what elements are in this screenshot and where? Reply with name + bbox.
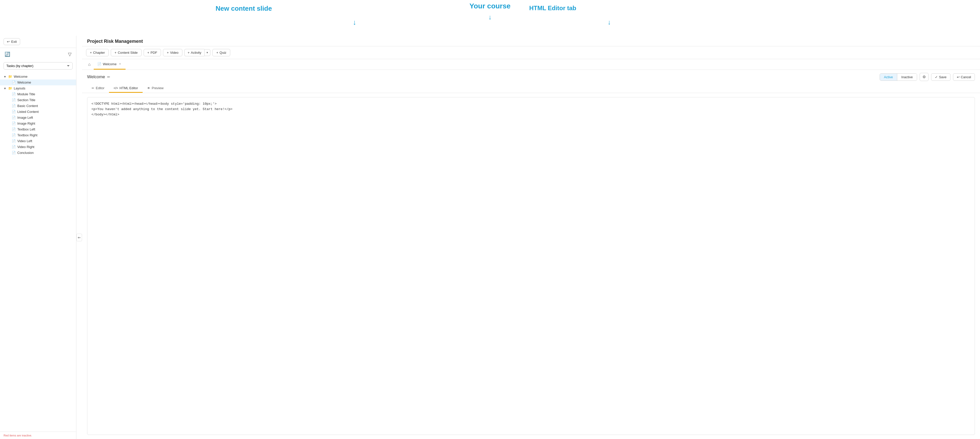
- sidebar-tree-item[interactable]: 📄Module Title: [0, 91, 76, 97]
- cancel-button[interactable]: ↩ Cancel: [953, 73, 975, 81]
- video-label: Video: [170, 51, 178, 54]
- sub-tab-editor[interactable]: ✏ Editor: [87, 84, 109, 93]
- tasks-filter-select[interactable]: Tasks (by chapter): [3, 62, 73, 70]
- annotation-your-course-arrow: ↓: [488, 14, 492, 21]
- activity-plus-icon: +: [188, 51, 190, 54]
- tabs-bar: ⌂ 📄 Welcome ×: [82, 59, 980, 70]
- sidebar-tree-item[interactable]: ▼📁Layouts: [0, 85, 76, 91]
- editor-tab-label: Editor: [96, 86, 104, 90]
- sidebar-tree-item[interactable]: 📄Welcome: [0, 80, 76, 85]
- sidebar-tree-item[interactable]: ▼📁Welcome: [0, 73, 76, 80]
- sidebar-tree-item[interactable]: 📄Video Left: [0, 138, 76, 144]
- item-icon: 📄: [12, 133, 16, 137]
- collapse-sidebar-button[interactable]: ⇐: [76, 234, 82, 241]
- sidebar-tree-item[interactable]: 📄Textbox Right: [0, 132, 76, 138]
- annotation-html-editor: HTML Editor tab: [529, 5, 576, 12]
- chapter-label: Chapter: [93, 51, 105, 54]
- save-label: Save: [939, 75, 947, 79]
- item-label: Basic Content: [18, 104, 73, 108]
- home-icon: ⌂: [88, 62, 91, 67]
- editor-title-text: Welcome: [87, 74, 105, 80]
- tab-close-button[interactable]: ×: [118, 62, 122, 66]
- sidebar-tree-item[interactable]: 📄Listed Content: [0, 109, 76, 115]
- sidebar-tree-item[interactable]: 📄Video Right: [0, 144, 76, 150]
- activity-dropdown-arrow[interactable]: ▾: [204, 49, 210, 56]
- sidebar-tree-item[interactable]: 📄Image Right: [0, 121, 76, 126]
- sidebar-tree-item[interactable]: 📄Image Left: [0, 115, 76, 121]
- item-label: Welcome: [18, 80, 73, 84]
- item-label: Textbox Left: [18, 128, 73, 131]
- exit-icon: ↩: [7, 40, 10, 43]
- preview-tab-label: Preview: [152, 86, 164, 90]
- edit-title-icon[interactable]: ✏: [107, 75, 110, 79]
- annotation-new-content-arrow: ↓: [353, 18, 356, 27]
- item-label: Section Title: [18, 98, 73, 102]
- quiz-label: Quiz: [220, 51, 226, 54]
- pdf-label: PDF: [151, 51, 157, 54]
- toolbar: + Chapter + Content Slide + PDF + Video: [82, 46, 980, 59]
- expand-icon: ▼: [3, 87, 6, 90]
- item-label: Image Right: [18, 121, 73, 125]
- item-label: Video Right: [18, 145, 73, 149]
- item-label: Module Title: [18, 92, 73, 96]
- html-content-line3: </body></html>: [91, 112, 970, 117]
- editor-title-group: Welcome ✏: [87, 74, 110, 80]
- item-icon: 📄: [12, 116, 16, 120]
- item-label: Listed Content: [18, 110, 73, 113]
- tab-home-button[interactable]: ⌂: [86, 60, 93, 69]
- content-slide-button[interactable]: + Content Slide: [111, 49, 142, 56]
- sidebar-tree-item[interactable]: 📄Section Title: [0, 97, 76, 103]
- quiz-plus-icon: +: [216, 51, 218, 54]
- sub-tabs: ✏ Editor </> HTML Editor 👁 Preview: [82, 84, 980, 93]
- expand-icon: ▼: [3, 75, 6, 78]
- course-title: Project Risk Management: [87, 39, 143, 44]
- active-inactive-group: Active Inactive: [880, 73, 917, 81]
- pdf-plus-icon: +: [148, 51, 150, 54]
- annotation-your-course: Your course: [469, 2, 511, 10]
- item-icon: 📄: [12, 145, 16, 149]
- sub-tab-preview[interactable]: 👁 Preview: [143, 84, 168, 93]
- item-icon: 📄: [12, 151, 16, 155]
- exit-button[interactable]: ↩ Exit: [3, 38, 20, 45]
- item-icon: 📄: [12, 98, 16, 102]
- sidebar-tree-item[interactable]: 📄Textbox Left: [0, 126, 76, 132]
- filter-icon: ▽: [68, 52, 72, 57]
- editor-header: Welcome ✏ Active Inactive ⚙ ✓ S: [82, 70, 980, 84]
- annotation-area: Your course ↓ New content slide ↓ HTML E…: [0, 0, 980, 36]
- activity-main-button[interactable]: + Activity: [185, 49, 205, 56]
- cancel-label: Cancel: [961, 75, 971, 79]
- annotation-html-editor-arrow: ↓: [608, 18, 611, 26]
- preview-tab-icon: 👁: [147, 86, 150, 90]
- tab-welcome[interactable]: 📄 Welcome ×: [94, 59, 126, 70]
- video-button[interactable]: + Video: [163, 49, 182, 56]
- refresh-button[interactable]: 🔄: [3, 50, 11, 58]
- item-label: Image Left: [18, 116, 73, 120]
- annotation-new-content: New content slide: [216, 5, 272, 13]
- sidebar-tree: ▼📁Welcome📄Welcome▼📁Layouts📄Module Title📄…: [0, 72, 76, 432]
- inactive-button[interactable]: Inactive: [897, 73, 917, 80]
- pdf-button[interactable]: + PDF: [144, 49, 161, 56]
- quiz-button[interactable]: + Quiz: [212, 49, 230, 56]
- sidebar-filter: Tasks (by chapter): [0, 61, 76, 72]
- sidebar-tree-item[interactable]: 📄Conclusion: [0, 150, 76, 156]
- html-editor-content[interactable]: <!DOCTYPE html><html><head></head><body …: [87, 97, 975, 435]
- save-check-icon: ✓: [935, 75, 938, 79]
- item-icon: 📄: [12, 139, 16, 143]
- item-icon: 📁: [8, 75, 12, 78]
- save-button[interactable]: ✓ Save: [931, 73, 950, 81]
- tab-file-icon: 📄: [97, 62, 101, 66]
- settings-button[interactable]: ⚙: [920, 73, 929, 81]
- chapter-button[interactable]: + Chapter: [86, 49, 109, 56]
- sub-tab-html-editor[interactable]: </> HTML Editor: [109, 84, 143, 93]
- sidebar-tree-item[interactable]: 📄Basic Content: [0, 103, 76, 109]
- active-button[interactable]: Active: [880, 73, 897, 80]
- html-editor-tab-icon: </>: [114, 86, 118, 90]
- course-title-bar: Project Risk Management: [82, 36, 980, 46]
- item-label: Video Left: [18, 139, 73, 143]
- video-plus-icon: +: [167, 51, 169, 54]
- filter-button[interactable]: ▽: [67, 50, 73, 58]
- item-label: Conclusion: [18, 151, 73, 155]
- item-label: Textbox Right: [18, 133, 73, 137]
- html-content-line2: <p>You haven't added anything to the con…: [91, 107, 970, 112]
- settings-icon: ⚙: [923, 75, 926, 79]
